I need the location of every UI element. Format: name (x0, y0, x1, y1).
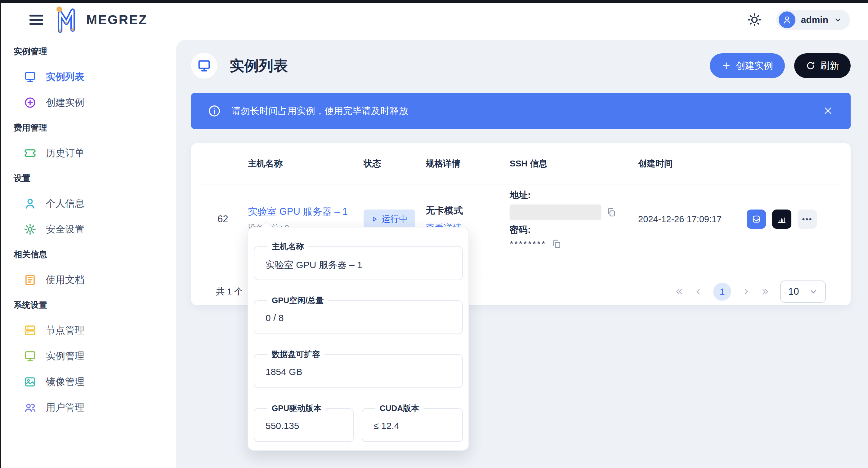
popover-field-value: ≤ 12.4 (373, 421, 454, 431)
plus-circle-icon (24, 96, 37, 109)
sidebar-item-instance-mgmt[interactable]: 实例管理 (0, 343, 174, 369)
sidebar-item-profile[interactable]: 个人信息 (0, 191, 174, 216)
password-masked: ******** (510, 239, 546, 249)
table-header-row: 主机名称 状态 规格详情 SSH 信息 创建时间 (200, 143, 841, 185)
page-header: 实例列表 创建实例 刷新 (191, 53, 850, 79)
sidebar-item-node-mgmt[interactable]: 节点管理 (0, 317, 174, 343)
monitoring-button[interactable] (772, 209, 792, 229)
monitor-icon (197, 59, 211, 73)
page-size-value: 10 (788, 286, 799, 297)
sidebar-item-label: 个人信息 (46, 197, 84, 210)
sidebar-item-security[interactable]: 安全设置 (0, 216, 174, 242)
prev-page-icon[interactable] (694, 287, 703, 296)
app-window: MEGREZ admin 实例管理 实例列表 创建实例 费用管理 (0, 0, 868, 468)
last-page-icon[interactable] (761, 287, 770, 296)
monitor-icon (24, 70, 37, 83)
gear-icon (24, 223, 37, 236)
window-top-edge (0, 0, 868, 3)
sidebar-item-order-history[interactable]: 历史订单 (0, 140, 174, 166)
hamburger-icon (27, 11, 45, 29)
sidebar-item-user-mgmt[interactable]: 用户管理 (0, 395, 174, 420)
topbar: MEGREZ admin (0, 3, 868, 37)
refresh-button[interactable]: 刷新 (794, 53, 850, 78)
create-instance-label: 创建实例 (736, 60, 773, 72)
hostname-link[interactable]: 实验室 GPU 服务器 – 1 (248, 205, 364, 218)
sidebar-item-image-mgmt[interactable]: 镜像管理 (0, 369, 174, 395)
chevron-down-icon (809, 287, 818, 296)
popover-field-row: GPU驱动版本 550.135 CUDA版本 ≤ 12.4 (254, 403, 463, 442)
sidebar-item-label: 实例列表 (46, 70, 84, 83)
document-icon (24, 273, 37, 287)
page-icon-badge (191, 53, 217, 79)
sidebar-item-instance-list[interactable]: 实例列表 (0, 64, 174, 90)
ssh-password-label: 密码: (510, 224, 638, 236)
page-size-select[interactable]: 10 (780, 280, 826, 303)
bar-chart-icon (777, 214, 787, 224)
instance-detail-popover: 主机名称 实验室 GPU 服务器 – 1 GPU空闲/总量 0 / 8 数据盘可… (248, 227, 469, 450)
sun-icon (747, 12, 762, 27)
user-menu-button[interactable]: admin (776, 10, 850, 30)
popover-field-hostname: 主机名称 实验室 GPU 服务器 – 1 (254, 241, 463, 280)
sidebar-item-label: 用户管理 (46, 401, 84, 414)
banner-close-button[interactable] (823, 105, 834, 116)
notice-text: 请勿长时间占用实例，使用完毕请及时释放 (231, 105, 408, 118)
popover-field-gpu-driver: GPU驱动版本 550.135 (254, 403, 354, 442)
ssh-address-row (510, 205, 638, 220)
popover-field-value: 实验室 GPU 服务器 – 1 (266, 259, 454, 271)
sidebar-section-settings: 设置 (0, 166, 174, 191)
popover-field-label: 主机名称 (268, 241, 308, 252)
popover-field-label: CUDA版本 (375, 403, 424, 414)
status-badge: 运行中 (364, 209, 415, 229)
sidebar-item-label: 创建实例 (46, 96, 84, 109)
sidebar-section-info: 相关信息 (0, 242, 174, 267)
menu-toggle-button[interactable] (27, 11, 45, 29)
monitor-icon (24, 349, 37, 363)
copy-icon[interactable] (552, 239, 561, 249)
play-icon (371, 216, 378, 223)
sidebar-section-system: 系统设置 (0, 293, 174, 317)
first-page-icon[interactable] (675, 287, 683, 296)
server-icon (24, 324, 37, 337)
close-icon (823, 105, 833, 116)
sidebar-item-label: 实例管理 (46, 349, 84, 363)
popover-field-value: 0 / 8 (266, 313, 454, 323)
sidebar-item-label: 历史订单 (46, 146, 84, 160)
popover-field-value: 550.135 (266, 421, 345, 431)
col-status-header: 状态 (364, 158, 426, 170)
info-icon (208, 104, 221, 118)
create-instance-button[interactable]: 创建实例 (710, 53, 785, 78)
popover-field-disk-expandable: 数据盘可扩容 1854 GB (254, 349, 463, 388)
username: admin (801, 14, 828, 25)
megrez-logo-icon (53, 6, 80, 34)
user-icon (782, 15, 792, 25)
refresh-label: 刷新 (820, 60, 839, 72)
brand-name: MEGREZ (86, 12, 148, 27)
col-ssh-header: SSH 信息 (510, 158, 638, 170)
page-number-current[interactable]: 1 (713, 283, 731, 301)
popover-field-label: GPU驱动版本 (268, 403, 326, 414)
popover-field-cuda-version: CUDA版本 ≤ 12.4 (362, 403, 463, 442)
ssh-cell: 地址: 密码: ******** (510, 189, 638, 249)
inbox-icon (751, 214, 761, 224)
chevron-down-icon (834, 16, 842, 24)
console-button[interactable] (747, 209, 766, 229)
instance-id: 62 (200, 213, 248, 225)
status-cell: 运行中 (364, 209, 426, 229)
next-page-icon[interactable] (742, 287, 750, 296)
created-at: 2024-12-26 17:09:17 (638, 214, 747, 224)
popover-field-label: 数据盘可扩容 (268, 349, 324, 360)
ticket-icon (24, 146, 37, 160)
popover-field-label: GPU空闲/总量 (268, 295, 328, 306)
ssh-address-redacted (510, 205, 601, 220)
col-hostname-header: 主机名称 (248, 158, 364, 170)
theme-toggle-button[interactable] (747, 12, 762, 27)
window-left-edge (0, 0, 1, 468)
total-count: 共 1 个 (216, 286, 243, 298)
status-label: 运行中 (381, 213, 408, 225)
copy-icon[interactable] (606, 207, 616, 217)
more-actions-button[interactable]: ••• (798, 209, 817, 229)
sidebar-item-create-instance[interactable]: 创建实例 (0, 90, 174, 115)
pagination: 1 10 (675, 280, 826, 303)
sidebar-item-docs[interactable]: 使用文档 (0, 267, 174, 293)
sidebar-section-instance-mgmt: 实例管理 (0, 39, 174, 64)
